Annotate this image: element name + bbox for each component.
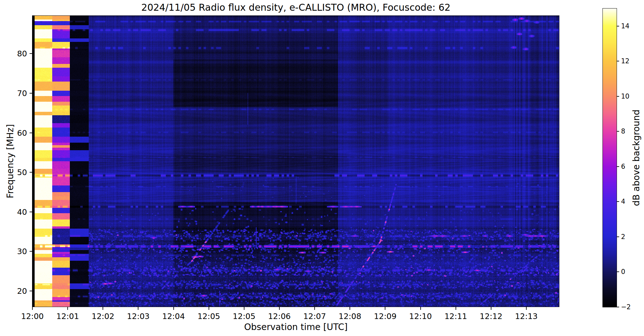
colorbar-label: dB above background <box>631 110 641 206</box>
colorbar-tick-mark <box>617 131 619 132</box>
spectrogram-canvas <box>32 16 559 307</box>
x-tick-label: 12:05 <box>198 312 220 321</box>
x-tick-mark <box>385 307 385 310</box>
x-tick-label: 12:04 <box>162 312 185 321</box>
colorbar-tick-mark <box>617 26 619 26</box>
x-tick-mark <box>314 307 315 310</box>
y-tick-label: 30 <box>6 247 27 256</box>
x-tick-label: 12:00 <box>21 312 44 321</box>
x-tick-mark <box>244 307 244 310</box>
x-tick-mark <box>279 307 280 310</box>
y-tick-mark <box>30 53 32 54</box>
x-tick-mark <box>526 307 527 310</box>
x-tick-label: 12:03 <box>127 312 149 321</box>
colorbar-tick-mark <box>617 201 619 202</box>
colorbar-tick-label: 12 <box>621 57 630 65</box>
x-tick-mark <box>67 307 68 310</box>
colorbar-tick-label: 2 <box>621 233 625 241</box>
colorbar-tick-label: 6 <box>621 163 625 170</box>
y-tick-mark <box>30 291 32 291</box>
y-tick-label: 50 <box>6 168 27 177</box>
x-tick-label: 12:10 <box>409 312 432 321</box>
colorbar-tick-label: 0 <box>621 268 625 276</box>
y-tick-mark <box>30 172 32 173</box>
colorbar-tick-mark <box>617 271 619 272</box>
x-axis-label: Observation time [UTC] <box>32 322 559 332</box>
x-tick-label: 12:12 <box>480 312 502 321</box>
x-tick-mark <box>456 307 456 310</box>
x-tick-label: 12:01 <box>56 312 79 321</box>
x-tick-mark <box>420 307 421 310</box>
x-tick-mark <box>209 307 209 310</box>
y-tick-mark <box>30 251 32 252</box>
x-tick-mark <box>173 307 174 310</box>
x-tick-mark <box>350 307 350 310</box>
colorbar-tick-mark <box>617 236 619 237</box>
x-tick-label: 12:07 <box>303 312 326 321</box>
colorbar-tick-mark <box>617 61 619 61</box>
x-tick-mark <box>138 307 138 310</box>
colorbar-tick-mark <box>617 166 619 167</box>
colorbar-tick-label: 8 <box>621 128 625 135</box>
colorbar-tick-mark <box>617 307 619 307</box>
x-tick-label: 12:11 <box>445 312 467 321</box>
colorbar-tick-label: 14 <box>621 22 630 30</box>
y-tick-label: 20 <box>6 286 27 295</box>
x-tick-label: 12:08 <box>339 312 361 321</box>
y-tick-mark <box>30 212 32 212</box>
x-tick-mark <box>32 307 33 310</box>
x-tick-label: 12:05 <box>233 312 255 321</box>
x-tick-label: 12:13 <box>515 312 538 321</box>
colorbar-tick-label: −2 <box>621 303 631 311</box>
y-tick-mark <box>30 93 32 94</box>
x-tick-label: 12:02 <box>92 312 114 321</box>
y-tick-label: 60 <box>6 128 27 137</box>
x-tick-label: 12:09 <box>374 312 396 321</box>
colorbar-gradient <box>603 9 617 307</box>
x-tick-label: 12:06 <box>268 312 291 321</box>
y-tick-label: 40 <box>6 207 27 216</box>
colorbar-tick-mark <box>617 96 619 97</box>
colorbar-tick-label: 4 <box>621 198 625 205</box>
x-tick-mark <box>103 307 103 310</box>
y-tick-label: 80 <box>6 49 27 58</box>
y-tick-label: 70 <box>6 88 27 98</box>
colorbar-tick-label: 10 <box>621 93 630 100</box>
chart-title: 2024/11/05 Radio flux density, e-CALLIST… <box>32 2 559 13</box>
y-tick-mark <box>30 133 32 133</box>
x-tick-mark <box>491 307 491 310</box>
